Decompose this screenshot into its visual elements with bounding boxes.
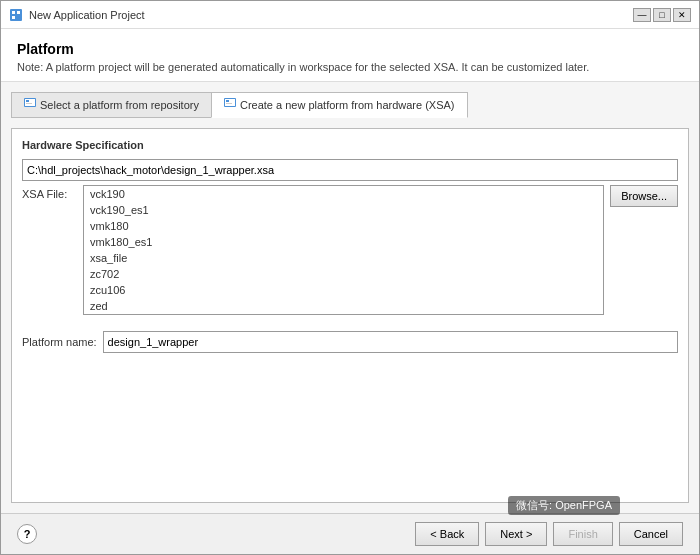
list-item[interactable]: zcu106 [84,282,603,298]
hw-spec-section: Hardware Specification XSA File: vck190 … [22,139,678,315]
tab-select-label: Select a platform from repository [40,99,199,111]
xsa-label: XSA File: [22,185,77,200]
tab-select-platform[interactable]: Select a platform from repository [11,92,211,118]
file-path-input[interactable] [22,159,678,181]
back-button[interactable]: < Back [415,522,479,546]
next-button[interactable]: Next > [485,522,547,546]
list-item[interactable]: vmk180_es1 [84,234,603,250]
app-icon [9,8,23,22]
platform-name-input[interactable] [103,331,678,353]
finish-button[interactable]: Finish [553,522,612,546]
svg-rect-2 [17,11,20,14]
header: Platform Note: A platform project will b… [1,29,699,82]
window-title: New Application Project [29,9,145,21]
footer: ? < Back Next > Finish Cancel [1,513,699,554]
svg-rect-3 [12,16,15,19]
tab-create-label: Create a new platform from hardware (XSA… [240,99,455,111]
platform-name-row: Platform name: [22,331,678,353]
browse-button[interactable]: Browse... [610,185,678,207]
list-item[interactable]: vck190 [84,186,603,202]
close-button[interactable]: ✕ [673,8,691,22]
list-item[interactable]: vck190_es1 [84,202,603,218]
svg-rect-6 [26,100,29,102]
hw-spec-title: Hardware Specification [22,139,678,151]
file-row: XSA File: vck190 vck190_es1 vmk180 vmk18… [22,185,678,315]
svg-rect-7 [26,103,32,104]
tabs-row: Select a platform from repository Create… [11,92,689,118]
tab-select-icon [24,98,36,112]
list-item-selected[interactable]: C:\hdl_projects\hack_motor\design_1_wrap… [84,314,603,315]
platform-name-label: Platform name: [22,336,97,348]
svg-rect-1 [12,11,15,14]
list-item[interactable]: zed [84,298,603,314]
svg-rect-0 [10,9,22,21]
maximize-button[interactable]: □ [653,8,671,22]
tab-create-icon [224,98,236,112]
help-button[interactable]: ? [17,524,37,544]
footer-right: < Back Next > Finish Cancel [415,522,683,546]
page-title: Platform [17,41,683,57]
content-area: Select a platform from repository Create… [1,82,699,513]
title-bar: New Application Project — □ ✕ [1,1,699,29]
minimize-button[interactable]: — [633,8,651,22]
svg-rect-11 [226,103,232,104]
xsa-list-box[interactable]: vck190 vck190_es1 vmk180 vmk180_es1 xsa_… [83,185,604,315]
list-item[interactable]: vmk180 [84,218,603,234]
cancel-button[interactable]: Cancel [619,522,683,546]
header-note: Note: A platform project will be generat… [17,61,683,73]
window-controls: — □ ✕ [633,8,691,22]
tab-create-platform[interactable]: Create a new platform from hardware (XSA… [211,92,468,118]
file-list-area: vck190 vck190_es1 vmk180 vmk180_es1 xsa_… [83,185,604,315]
footer-left: ? [17,524,37,544]
hw-panel: Hardware Specification XSA File: vck190 … [11,128,689,503]
list-item[interactable]: zc702 [84,266,603,282]
list-item[interactable]: xsa_file [84,250,603,266]
svg-rect-10 [226,100,229,102]
